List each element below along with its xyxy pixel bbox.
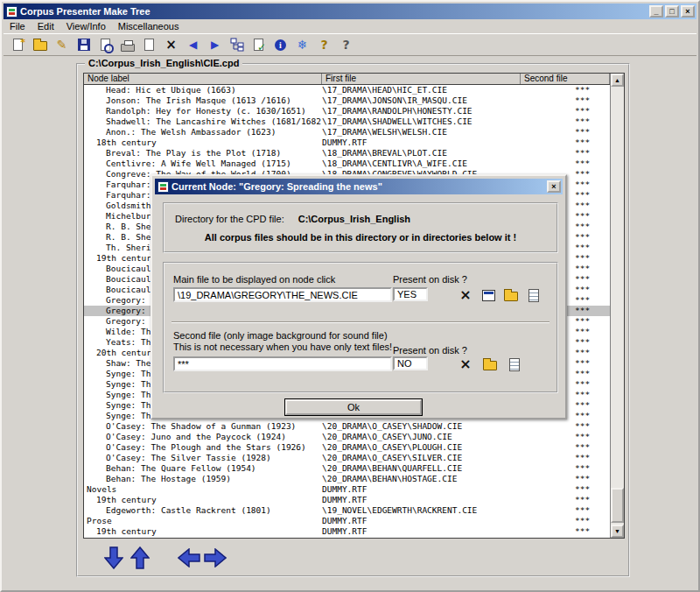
second-file-input[interactable] <box>173 356 392 371</box>
find-page-button[interactable] <box>95 35 116 54</box>
browse-second-file-button[interactable] <box>480 356 500 373</box>
table-row[interactable]: Shadwell: The Lancashire Witches (1681/1… <box>84 116 610 127</box>
validate-page-button[interactable]: ✓ <box>248 35 269 54</box>
edit-main-file-button[interactable] <box>523 286 544 304</box>
tree-structure-button[interactable] <box>227 35 247 54</box>
table-row[interactable]: Head: Hic et Ubique (1663)\17_DRAMA\HEAD… <box>84 85 610 95</box>
new-page-button[interactable] <box>139 35 159 54</box>
row-second-file: *** <box>521 495 610 505</box>
edit-pen-button[interactable]: ✎ <box>52 35 72 54</box>
move-node-up-button[interactable] <box>127 545 153 571</box>
table-row[interactable]: O'Casey: The Silver Tassie (1928)\20_DRA… <box>84 453 610 463</box>
row-node-label: Breval: The Play is the Plot (1718) <box>84 148 322 159</box>
table-row[interactable]: Breval: The Play is the Plot (1718)\18_D… <box>84 148 610 159</box>
scroll-up-button[interactable]: ▲ <box>611 74 624 87</box>
delete-node-button[interactable]: × <box>161 35 181 54</box>
row-node-label: O'Casey: The Silver Tassie (1928) <box>84 453 322 463</box>
star-icon: * <box>20 37 25 48</box>
table-row[interactable]: NovelsDUMMY.RTF*** <box>84 484 610 495</box>
table-row[interactable]: Edgeworth: Castle Rackrent (1801)\19_NOV… <box>84 505 610 516</box>
move-node-right-button[interactable] <box>202 545 228 571</box>
dialog-titlebar[interactable]: Current Node: "Gregory: Spreading the ne… <box>155 179 563 194</box>
minimize-button[interactable]: _ <box>649 5 663 18</box>
open-folder-icon <box>504 292 518 301</box>
table-row[interactable]: 18th centuryDUMMY.RTF*** <box>84 137 610 148</box>
directory-groupbox: Directory for the CPD file:C:\Corpus_Iri… <box>163 202 558 253</box>
help-button[interactable]: ? <box>314 35 334 54</box>
print-button[interactable] <box>117 35 137 54</box>
move-back-button[interactable]: ◀ <box>183 35 203 54</box>
menu-edit[interactable]: Edit <box>32 20 60 32</box>
clear-second-file-button[interactable]: × <box>455 356 476 373</box>
freeze-button[interactable]: ❄ <box>292 35 312 54</box>
column-header-second-file: Second file <box>521 74 610 84</box>
table-row[interactable]: O'Casey: The Plough and the Stars (1926)… <box>84 442 610 453</box>
edit-second-file-button[interactable] <box>504 356 525 373</box>
main-present-value: YES <box>393 287 428 301</box>
menu-miscellaneous[interactable]: Miscellaneous <box>112 20 186 32</box>
page-magnifier-icon <box>101 39 110 51</box>
menu-view-info[interactable]: View/Info <box>60 20 112 32</box>
row-node-label: Novels <box>84 484 322 495</box>
table-row[interactable]: Behan: The Hostage (1959)\20_DRAMA\BEHAN… <box>84 474 610 484</box>
row-second-file: *** <box>521 85 610 95</box>
table-row[interactable]: O'Casey: Juno and the Paycock (1924)\20_… <box>84 432 610 442</box>
row-second-file: *** <box>521 421 610 432</box>
row-second-file: *** <box>521 127 610 137</box>
table-row[interactable]: Jonson: The Irish Masque (1613 /1616)\17… <box>84 95 610 106</box>
table-row[interactable]: Anon.: The Welsh Ambassador (1623)\17_DR… <box>84 127 610 137</box>
new-tree-button[interactable]: * <box>8 35 28 54</box>
save-button[interactable] <box>74 35 94 54</box>
info-button[interactable]: i <box>270 35 290 54</box>
files-groupbox: Main file to be displayed on node click … <box>163 262 558 393</box>
table-row[interactable]: Randolph: Hey for Honesty (c. 1630/1651)… <box>84 106 610 116</box>
clear-main-file-button[interactable]: × <box>455 286 476 304</box>
table-row[interactable]: O'Casey: The Shadow of a Gunman (1923)\2… <box>84 421 610 432</box>
row-first-file: DUMMY.RTF <box>322 526 521 537</box>
row-first-file: \20_DRAMA\O_CASEY\SHADOW.CIE <box>322 421 521 432</box>
table-row[interactable]: 19th centuryDUMMY.RTF*** <box>84 495 610 505</box>
scroll-up-icon: ▲ <box>614 77 620 83</box>
row-node-label: Behan: The Quare Fellow (1954) <box>84 463 322 474</box>
move-node-left-button[interactable] <box>176 545 202 571</box>
move-forward-button[interactable]: ▶ <box>205 35 225 54</box>
dialog-close-button[interactable]: × <box>547 180 561 193</box>
view-main-file-button[interactable] <box>478 286 499 304</box>
column-header-first-file: First file <box>322 74 521 84</box>
browse-main-file-button[interactable] <box>500 286 522 304</box>
move-node-down-button[interactable] <box>101 545 127 571</box>
row-second-file: *** <box>521 442 610 453</box>
row-second-file: *** <box>521 95 610 106</box>
maximize-button[interactable]: □ <box>665 5 679 18</box>
close-button[interactable]: × <box>681 5 695 18</box>
right-arrow-icon <box>204 548 227 567</box>
vertical-scrollbar[interactable]: ▲ ▼ <box>610 74 624 538</box>
menu-file[interactable]: File <box>4 20 32 32</box>
open-file-button[interactable] <box>30 35 50 54</box>
table-row[interactable]: 19th centuryDUMMY.RTF*** <box>84 526 610 537</box>
maximize-icon: □ <box>669 8 674 16</box>
row-first-file: \20_DRAMA\O_CASEY\JUNO.CIE <box>322 432 521 442</box>
row-second-file: *** <box>521 137 610 148</box>
main-file-input[interactable] <box>173 287 392 302</box>
row-first-file: \17_DRAMA\JONSON\IR_MASQU.CIE <box>322 95 521 106</box>
table-row[interactable]: Behan: The Quare Fellow (1954)\20_DRAMA\… <box>84 463 610 474</box>
dialog-title: Current Node: "Gregory: Spreading the ne… <box>172 181 547 192</box>
context-help-button[interactable]: ? <box>336 35 356 54</box>
row-first-file: DUMMY.RTF <box>322 137 521 148</box>
table-row[interactable]: ProseDUMMY.RTF*** <box>84 516 610 526</box>
scroll-down-button[interactable]: ▼ <box>611 525 624 538</box>
context-help-icon: ? <box>342 38 349 52</box>
row-node-label: O'Casey: The Shadow of a Gunman (1923) <box>84 421 322 432</box>
current-node-dialog: Current Node: "Gregory: Spreading the ne… <box>150 174 567 419</box>
down-arrow-icon <box>104 546 123 569</box>
tree-structure-icon <box>230 38 244 52</box>
row-second-file: *** <box>521 116 610 127</box>
row-node-label: Centlivre: A Wife Well Managed (1715) <box>84 159 322 169</box>
ok-button[interactable]: Ok <box>285 399 422 415</box>
notepad-icon <box>528 289 539 302</box>
minimize-icon: _ <box>654 8 658 16</box>
scrollbar-thumb[interactable] <box>611 488 624 523</box>
table-row[interactable]: Centlivre: A Wife Well Managed (1715)\18… <box>84 159 610 169</box>
row-second-file: *** <box>521 516 610 526</box>
